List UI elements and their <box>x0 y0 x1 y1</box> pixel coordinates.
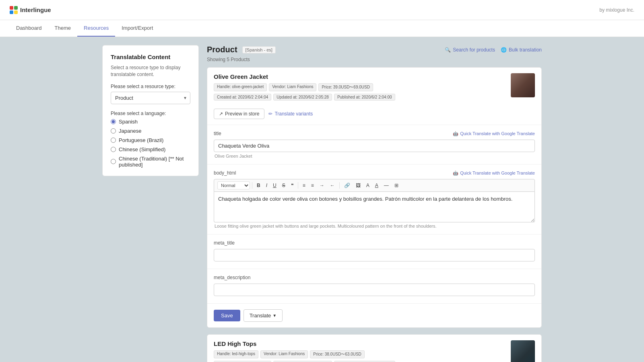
quick-translate-body-1[interactable]: 🤖 Quick Translate with Google Translate <box>453 171 535 176</box>
meta-title-input-1[interactable] <box>214 249 535 261</box>
ul-btn-1[interactable]: ≡ <box>300 181 308 189</box>
lang-spanish[interactable]: Spanish <box>111 119 190 125</box>
product-published-2: Published at: 2020/6/2 2:04:02 <box>334 361 395 362</box>
save-btn-1[interactable]: Save <box>214 310 240 321</box>
translate-variants-btn-1[interactable]: ✏ Translate variants <box>268 109 313 119</box>
bgcolor-btn-1[interactable]: A <box>373 181 381 189</box>
product-tag-price-2: Price: 38.0USD〜63.0USD <box>310 350 365 358</box>
globe-icon: 🌐 <box>501 47 507 53</box>
right-header-left: Product [Spanish - es] <box>207 45 276 54</box>
product-tags-2: Handle: led-high-tops Vendor: Liam Fashi… <box>214 350 511 358</box>
image-btn-1[interactable]: 🖼 <box>353 181 363 189</box>
product-header-2: LED High Tops Handle: led-high-tops Vend… <box>207 335 541 362</box>
underline-btn-1[interactable]: U <box>270 181 279 189</box>
field-meta-title-header-1: meta_title <box>214 240 535 246</box>
lang-portuguese[interactable]: Portuguese (Brazil) <box>111 137 190 143</box>
format-select-1[interactable]: Normal Heading 1 Heading 2 <box>217 181 250 189</box>
resource-select-wrapper: Product Collection Blog Article Page ▼ <box>111 92 190 104</box>
product-name-2: LED High Tops <box>214 340 511 347</box>
toolbar-divider-2 <box>298 182 298 189</box>
ol-btn-1[interactable]: ≡ <box>309 181 316 189</box>
italic-btn-1[interactable]: I <box>264 181 270 189</box>
field-meta-title-label-1: meta_title <box>214 240 235 246</box>
translate-btn-1[interactable]: Translate ▼ <box>244 309 283 322</box>
field-body-1: body_html 🤖 Quick Translate with Google … <box>207 164 541 234</box>
translate-icon-1: 🤖 <box>453 131 458 136</box>
chevron-down-icon-1: ▼ <box>272 313 277 318</box>
logo: Interlingue <box>10 6 51 14</box>
bold-btn-1[interactable]: B <box>254 181 263 189</box>
lang-chinese-simplified-label: Chinese (Simplified) <box>119 146 165 152</box>
outdent-btn-1[interactable]: ← <box>328 181 337 189</box>
product-card-2: LED High Tops Handle: led-high-tops Vend… <box>207 334 542 362</box>
quick-translate-title-1[interactable]: 🤖 Quick Translate with Google Translate <box>453 131 535 136</box>
lang-chinese-simplified[interactable]: Chinese (Simplified) <box>111 146 190 152</box>
lang-japanese[interactable]: Japanese <box>111 128 190 134</box>
hr-btn-1[interactable]: — <box>382 181 391 189</box>
right-header: Product [Spanish - es] 🔍 Search for prod… <box>207 45 542 54</box>
lang-chinese-simplified-radio[interactable] <box>111 147 116 152</box>
body-textarea-1[interactable]: Chaqueta holgada de color verde oliva co… <box>214 192 535 222</box>
translate-variants-label-1: Translate variants <box>275 111 313 117</box>
product-tag-handle-2: Handle: led-high-tops <box>214 350 258 358</box>
lang-chinese-traditional-radio[interactable] <box>111 159 116 164</box>
right-panel: Product [Spanish - es] 🔍 Search for prod… <box>207 45 542 362</box>
lang-japanese-radio[interactable] <box>111 128 116 134</box>
strikethrough-btn-1[interactable]: S <box>280 181 288 189</box>
product-tag-vendor-2: Vendor: Liam Fashions <box>260 350 308 358</box>
action-buttons-1: Save Translate ▼ <box>207 303 541 327</box>
lang-portuguese-radio[interactable] <box>111 138 116 143</box>
translate-btn-label-1: Translate <box>250 313 271 319</box>
field-title-1: title 🤖 Quick Translate with Google Tran… <box>207 125 541 164</box>
nav-resources[interactable]: Resources <box>77 20 115 37</box>
quick-translate-label-1: Quick Translate with Google Translate <box>460 131 535 136</box>
search-products-link[interactable]: 🔍 Search for products <box>445 47 495 53</box>
title-original-1: Olive Green Jacket <box>214 154 535 158</box>
field-title-header-1: title 🤖 Quick Translate with Google Tran… <box>214 131 535 136</box>
jacket-thumbnail <box>511 73 535 97</box>
shoes-thumbnail <box>511 340 535 362</box>
lang-japanese-label: Japanese <box>119 128 141 134</box>
svg-rect-3 <box>14 10 18 14</box>
product-dates-1: Created at: 2020/6/2 2:04:04 Updated at:… <box>214 94 511 101</box>
color-btn-1[interactable]: A <box>364 181 372 189</box>
nav-dashboard[interactable]: Dashboard <box>10 20 48 37</box>
indent-btn-1[interactable]: → <box>317 181 327 189</box>
table-btn-1[interactable]: ⊞ <box>392 181 401 189</box>
app-name: Interlingue <box>20 6 51 13</box>
product-card-1: Olive Green Jacket Handle: olive-green-j… <box>207 67 542 328</box>
product-published-1: Published at: 2020/6/2 2:04:00 <box>334 94 395 101</box>
lang-badge: [Spanish - es] <box>242 46 276 53</box>
svg-rect-2 <box>10 10 13 14</box>
product-image-1 <box>511 73 535 97</box>
nav-theme[interactable]: Theme <box>48 20 77 37</box>
showing-text: Showing 5 Products <box>207 57 542 62</box>
resource-type-select[interactable]: Product Collection Blog Article Page <box>111 92 190 104</box>
meta-desc-input-1[interactable] <box>214 284 535 296</box>
app-wrapper: Interlingue by mixlogue Inc. Dashboard T… <box>0 0 644 362</box>
panel-desc: Select a resource type to display transl… <box>111 64 190 78</box>
toolbar-divider-1 <box>252 182 252 189</box>
search-products-label: Search for products <box>453 47 495 53</box>
top-bar: Interlingue by mixlogue Inc. <box>0 0 644 20</box>
toolbar-divider-3 <box>339 182 340 189</box>
bulk-translation-link[interactable]: 🌐 Bulk translation <box>501 47 542 53</box>
blockquote-btn-1[interactable]: ❝ <box>289 181 296 189</box>
header-actions: 🔍 Search for products 🌐 Bulk translation <box>445 47 542 53</box>
resource-type-label: Please select a resource type: <box>111 84 190 89</box>
lang-spanish-label: Spanish <box>119 119 138 125</box>
lang-chinese-traditional[interactable]: Chinese (Traditional) [** Not published] <box>111 156 190 168</box>
product-created-1: Created at: 2020/6/2 2:04:04 <box>214 94 271 101</box>
link-btn-1[interactable]: 🔗 <box>342 181 353 189</box>
svg-rect-1 <box>14 6 18 10</box>
title-input-1[interactable] <box>214 140 535 152</box>
field-meta-desc-1: meta_description <box>207 269 541 303</box>
panel-title: Translatable Content <box>111 53 190 60</box>
lang-spanish-radio[interactable] <box>111 119 116 124</box>
field-meta-title-1: meta_title <box>207 234 541 269</box>
preview-store-btn-1[interactable]: ↗ Preview in store <box>214 109 264 119</box>
product-updated-1: Updated at: 2020/6/2 2:05:28 <box>273 94 332 101</box>
nav-import-export[interactable]: Import/Export <box>115 20 159 37</box>
product-info-1: Olive Green Jacket Handle: olive-green-j… <box>214 73 511 105</box>
body-original-1: Loose fitting olive green jacket with bu… <box>214 224 535 228</box>
